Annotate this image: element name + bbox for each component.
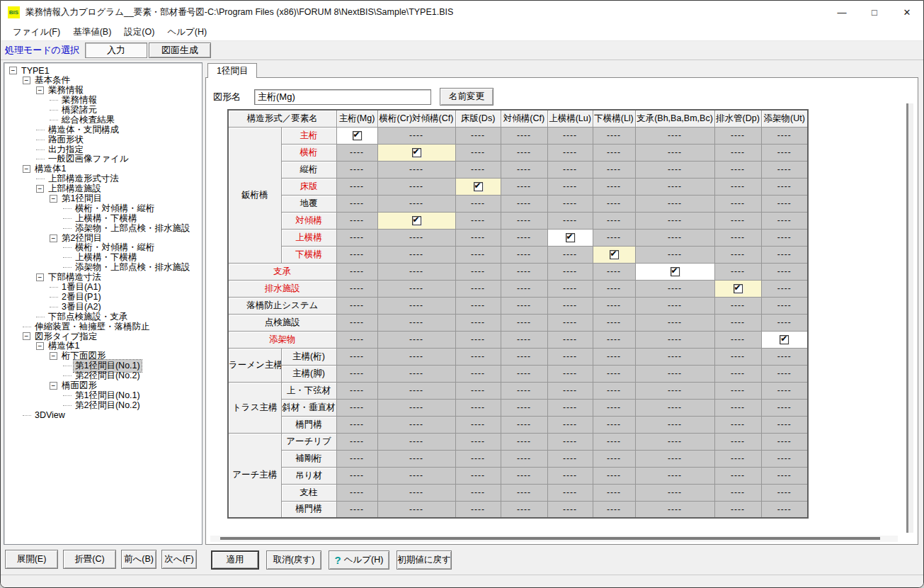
grid-cell[interactable]: ---- [547, 161, 593, 178]
grid-cell[interactable]: ---- [547, 314, 593, 331]
grid-cell[interactable]: ---- [761, 416, 808, 433]
grid-cell[interactable] [336, 127, 377, 144]
grid-cell[interactable]: ---- [714, 399, 761, 416]
grid-cell[interactable]: ---- [336, 144, 377, 161]
grid-cell[interactable]: ---- [547, 433, 593, 450]
grid-cell[interactable]: ---- [635, 450, 714, 467]
grid-cell[interactable] [635, 263, 714, 280]
collapse-node-icon[interactable]: − [36, 185, 44, 193]
grid-cell[interactable]: ---- [761, 144, 808, 161]
collapse-node-icon[interactable]: − [36, 86, 44, 94]
grid-cell[interactable]: ---- [455, 127, 501, 144]
vertical-scrollbar[interactable] [906, 103, 913, 533]
grid-cell[interactable]: ---- [455, 195, 501, 212]
grid-cell[interactable]: ---- [455, 314, 501, 331]
grid-cell[interactable]: ---- [547, 365, 593, 382]
tree-item[interactable]: 第2径間目(No.2) [7, 400, 200, 410]
grid-cell[interactable]: ---- [593, 348, 635, 365]
grid-cell[interactable]: ---- [593, 161, 635, 178]
grid-cell[interactable]: ---- [336, 467, 377, 484]
collapse-node-icon[interactable]: − [50, 195, 57, 203]
tree-item[interactable]: 第2径間目(No.2) [7, 371, 200, 381]
grid-cell[interactable]: ---- [455, 280, 501, 297]
grid-cell[interactable]: ---- [501, 348, 547, 365]
grid-cell[interactable] [593, 246, 635, 263]
close-button[interactable]: ✕ [891, 1, 923, 23]
grid-cell[interactable] [714, 280, 761, 297]
grid-cell[interactable]: ---- [761, 433, 808, 450]
tree-item[interactable]: 業務情報 [7, 96, 200, 106]
grid-cell[interactable]: ---- [455, 297, 501, 314]
grid-cell[interactable]: ---- [336, 484, 377, 501]
grid-cell[interactable]: ---- [455, 331, 501, 348]
grid-cell[interactable]: ---- [455, 501, 501, 518]
tree-item[interactable]: 上部構造形式寸法 [7, 174, 200, 184]
grid-cell[interactable]: ---- [501, 144, 547, 161]
mode-input-button[interactable]: 入力 [85, 43, 147, 58]
collapse-node-icon[interactable]: − [23, 77, 30, 84]
grid-cell[interactable]: ---- [593, 144, 635, 161]
grid-cell[interactable]: ---- [336, 280, 377, 297]
grid-cell[interactable]: ---- [593, 484, 635, 501]
grid-cell[interactable]: ---- [593, 178, 635, 195]
grid-cell[interactable]: ---- [336, 195, 377, 212]
reset-button[interactable]: 初期値に戻す [397, 550, 452, 570]
grid-cell[interactable]: ---- [501, 314, 547, 331]
grid-cell[interactable]: ---- [593, 399, 635, 416]
grid-cell[interactable] [455, 178, 501, 195]
grid-cell[interactable]: ---- [714, 331, 761, 348]
grid-cell[interactable]: ---- [714, 212, 761, 229]
grid-cell[interactable]: ---- [336, 246, 377, 263]
grid-cell[interactable]: ---- [377, 314, 455, 331]
grid-cell[interactable]: ---- [635, 501, 714, 518]
menu-item-help[interactable]: ヘルプ(H) [161, 24, 213, 40]
grid-cell[interactable]: ---- [547, 246, 593, 263]
grid-cell[interactable]: ---- [635, 212, 714, 229]
grid-cell[interactable]: ---- [377, 382, 455, 399]
grid-cell[interactable]: ---- [336, 161, 377, 178]
grid-cell[interactable]: ---- [761, 280, 808, 297]
shape-name-input[interactable] [254, 89, 431, 105]
rename-button[interactable]: 名前変更 [440, 88, 494, 106]
grid-cell[interactable]: ---- [714, 433, 761, 450]
grid-cell[interactable]: ---- [714, 484, 761, 501]
grid-cell[interactable]: ---- [714, 365, 761, 382]
grid-cell[interactable]: ---- [635, 399, 714, 416]
menu-item-file[interactable]: ファイル(F) [6, 24, 67, 40]
grid-cell[interactable]: ---- [336, 229, 377, 246]
grid-cell[interactable]: ---- [593, 127, 635, 144]
grid-cell[interactable]: ---- [336, 314, 377, 331]
grid-cell[interactable]: ---- [547, 263, 593, 280]
next-button[interactable]: 次へ(F) [161, 550, 197, 569]
grid-cell[interactable]: ---- [501, 195, 547, 212]
grid-cell[interactable]: ---- [455, 399, 501, 416]
grid-cell[interactable]: ---- [635, 416, 714, 433]
grid-cell[interactable]: ---- [714, 501, 761, 518]
grid-cell[interactable]: ---- [377, 331, 455, 348]
grid-cell[interactable]: ---- [455, 348, 501, 365]
collapse-node-icon[interactable]: − [23, 165, 30, 173]
collapse-node-icon[interactable]: − [9, 67, 17, 74]
grid-cell[interactable]: ---- [336, 331, 377, 348]
grid-cell[interactable]: ---- [635, 314, 714, 331]
grid-cell[interactable]: ---- [714, 416, 761, 433]
checkbox-checked-icon[interactable] [671, 267, 680, 276]
grid-cell[interactable]: ---- [761, 467, 808, 484]
tree-item[interactable]: 添架物・上部点検・排水施設 [7, 223, 200, 233]
grid-cell[interactable]: ---- [501, 399, 547, 416]
grid-cell[interactable]: ---- [635, 195, 714, 212]
tree-item[interactable]: 1番目(A1) [7, 283, 200, 293]
grid-cell[interactable]: ---- [635, 433, 714, 450]
grid-cell[interactable]: ---- [714, 382, 761, 399]
grid-cell[interactable]: ---- [377, 467, 455, 484]
tree-item[interactable]: −業務情報 [7, 86, 200, 96]
grid-cell[interactable]: ---- [761, 246, 808, 263]
grid-cell[interactable]: ---- [547, 484, 593, 501]
grid-cell[interactable]: ---- [377, 450, 455, 467]
horizontal-scrollbar[interactable] [210, 536, 898, 542]
grid-cell[interactable]: ---- [761, 484, 808, 501]
grid-cell[interactable]: ---- [761, 178, 808, 195]
grid-cell[interactable]: ---- [547, 178, 593, 195]
grid-cell[interactable]: ---- [761, 501, 808, 518]
grid-cell[interactable]: ---- [593, 280, 635, 297]
